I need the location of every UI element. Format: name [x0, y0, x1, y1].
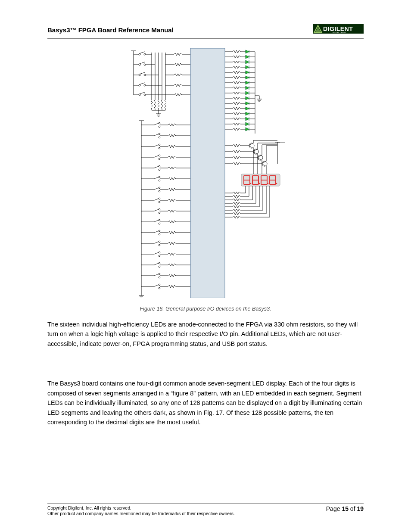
- svg-point-36: [144, 74, 146, 76]
- svg-point-61: [159, 122, 160, 124]
- svg-point-294: [276, 183, 277, 184]
- body-text: The sixteen individual high-efficiency L…: [47, 320, 364, 427]
- svg-line-124: [154, 231, 159, 233]
- svg-marker-230: [246, 117, 249, 121]
- svg-marker-175: [246, 60, 249, 64]
- svg-point-73: [159, 144, 160, 146]
- schematic-diagram: [126, 48, 285, 298]
- svg-point-109: [159, 208, 160, 210]
- svg-point-116: [159, 223, 160, 224]
- svg-line-44: [140, 83, 145, 84]
- svg-point-43: [144, 84, 146, 86]
- svg-marker-240: [246, 128, 249, 131]
- page-footer: Copyright Digilent, Inc. All rights rese…: [47, 503, 364, 516]
- svg-text:BEYOND THEORY: BEYOND THEORY: [333, 32, 346, 34]
- svg-line-94: [154, 177, 159, 179]
- svg-marker-165: [246, 50, 249, 53]
- svg-point-133: [159, 252, 160, 253]
- svg-line-118: [154, 220, 159, 222]
- svg-point-74: [159, 147, 160, 149]
- figure-16: [47, 48, 364, 298]
- svg-point-151: [159, 284, 160, 286]
- svg-point-115: [159, 219, 160, 221]
- svg-point-80: [159, 158, 160, 160]
- svg-point-79: [159, 155, 160, 156]
- svg-point-103: [159, 198, 160, 199]
- svg-point-91: [159, 176, 160, 178]
- svg-marker-185: [246, 71, 249, 74]
- paragraph-2: The Basys3 board contains one four-digit…: [47, 379, 364, 427]
- svg-point-104: [159, 201, 160, 203]
- svg-point-35: [139, 74, 140, 76]
- svg-line-70: [154, 134, 159, 136]
- paragraph-1: The sixteen individual high-efficiency L…: [47, 320, 364, 348]
- svg-line-82: [154, 156, 159, 157]
- svg-point-22: [144, 53, 146, 55]
- svg-line-136: [154, 252, 159, 254]
- svg-marker-190: [246, 76, 249, 79]
- svg-point-134: [159, 255, 160, 257]
- svg-marker-210: [246, 96, 249, 100]
- svg-marker-200: [246, 86, 249, 90]
- figure-caption: Figure 16. General purpose I/O devices o…: [47, 306, 364, 312]
- svg-point-42: [139, 84, 140, 86]
- svg-marker-215: [246, 102, 249, 105]
- svg-point-127: [159, 241, 160, 243]
- svg-line-88: [154, 166, 159, 168]
- digilent-logo: DIGILENT BEYOND THEORY R: [313, 24, 364, 35]
- svg-point-29: [144, 64, 146, 65]
- svg-line-23: [140, 52, 145, 53]
- svg-point-85: [159, 165, 160, 167]
- footer-trademark: Other product and company names mentione…: [47, 511, 235, 516]
- svg-line-106: [154, 199, 159, 200]
- page-header: Basys3™ FPGA Board Reference Manual DIGI…: [47, 24, 364, 39]
- svg-point-292: [259, 183, 260, 184]
- svg-line-37: [140, 72, 145, 74]
- svg-point-128: [159, 244, 160, 246]
- svg-point-110: [159, 212, 160, 214]
- footer-copyright: Copyright Digilent, Inc. All rights rese…: [47, 505, 235, 511]
- svg-point-145: [159, 273, 160, 275]
- svg-line-51: [140, 92, 145, 94]
- document-title: Basys3™ FPGA Board Reference Manual: [47, 26, 174, 34]
- svg-point-86: [159, 169, 160, 171]
- svg-line-142: [154, 263, 159, 265]
- svg-point-122: [159, 233, 160, 235]
- svg-point-49: [139, 94, 140, 96]
- svg-point-97: [159, 187, 160, 189]
- svg-point-140: [159, 266, 160, 268]
- svg-line-130: [154, 242, 159, 243]
- svg-point-98: [159, 190, 160, 192]
- svg-line-64: [154, 123, 159, 125]
- svg-point-67: [159, 133, 160, 135]
- svg-line-76: [154, 145, 159, 146]
- svg-point-291: [250, 183, 252, 184]
- svg-rect-7: [190, 48, 225, 298]
- svg-marker-180: [246, 65, 249, 69]
- svg-line-154: [154, 285, 159, 286]
- svg-line-30: [140, 62, 145, 64]
- svg-line-112: [154, 209, 159, 211]
- page-number: Page 15 of 19: [326, 505, 364, 512]
- svg-marker-220: [246, 107, 249, 110]
- svg-text:DIGILENT: DIGILENT: [323, 25, 353, 32]
- svg-point-121: [159, 230, 160, 232]
- svg-marker-235: [246, 122, 249, 126]
- svg-line-148: [154, 274, 159, 276]
- svg-point-50: [144, 94, 146, 96]
- svg-point-293: [268, 183, 269, 184]
- svg-marker-225: [246, 112, 249, 115]
- svg-point-139: [159, 262, 160, 264]
- svg-line-100: [154, 188, 159, 190]
- svg-point-28: [139, 64, 140, 65]
- svg-point-92: [159, 180, 160, 181]
- svg-point-68: [159, 137, 160, 138]
- svg-marker-205: [246, 91, 249, 95]
- svg-point-146: [159, 277, 160, 278]
- svg-marker-170: [246, 55, 249, 59]
- svg-point-152: [159, 287, 160, 289]
- svg-point-21: [139, 53, 140, 55]
- svg-text:R: R: [361, 26, 362, 28]
- svg-marker-195: [246, 81, 249, 84]
- svg-point-62: [159, 126, 160, 128]
